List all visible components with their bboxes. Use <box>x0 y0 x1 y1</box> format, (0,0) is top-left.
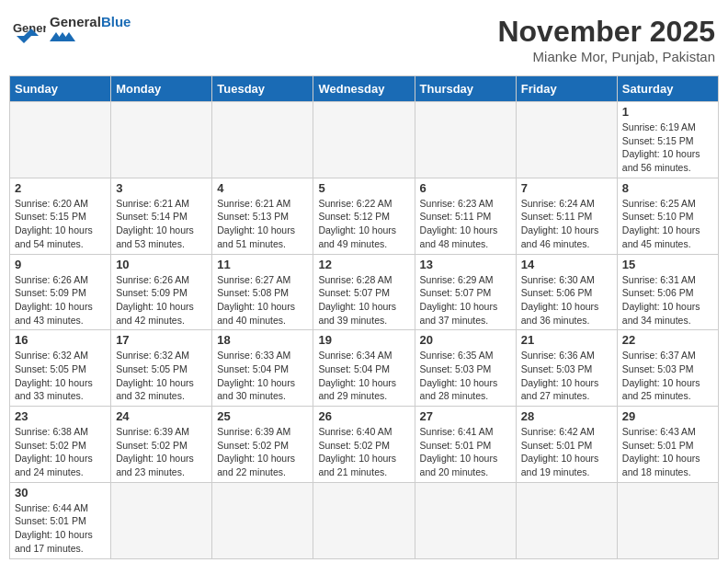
calendar-cell <box>313 102 415 178</box>
calendar-cell <box>415 102 516 178</box>
day-info: Sunrise: 6:32 AM Sunset: 5:05 PM Dayligh… <box>116 349 207 403</box>
calendar-week-row: 1Sunrise: 6:19 AM Sunset: 5:15 PM Daylig… <box>10 102 719 178</box>
day-number: 29 <box>622 409 713 423</box>
day-info: Sunrise: 6:31 AM Sunset: 5:06 PM Dayligh… <box>622 273 713 327</box>
logo-icon: General <box>13 17 46 43</box>
day-info: Sunrise: 6:26 AM Sunset: 5:09 PM Dayligh… <box>116 273 207 327</box>
day-info: Sunrise: 6:25 AM Sunset: 5:10 PM Dayligh… <box>622 197 713 251</box>
calendar-cell: 19Sunrise: 6:34 AM Sunset: 5:04 PM Dayli… <box>313 330 415 407</box>
day-number: 8 <box>622 181 713 195</box>
calendar-cell: 17Sunrise: 6:32 AM Sunset: 5:05 PM Dayli… <box>111 330 212 407</box>
day-number: 22 <box>622 333 713 347</box>
day-info: Sunrise: 6:42 AM Sunset: 5:01 PM Dayligh… <box>521 425 612 479</box>
day-info: Sunrise: 6:43 AM Sunset: 5:01 PM Dayligh… <box>622 425 713 479</box>
calendar-cell <box>516 482 617 558</box>
calendar-cell: 16Sunrise: 6:32 AM Sunset: 5:05 PM Dayli… <box>10 330 111 407</box>
calendar-cell: 1Sunrise: 6:19 AM Sunset: 5:15 PM Daylig… <box>617 102 718 178</box>
logo-triangle-icon <box>50 29 96 41</box>
day-info: Sunrise: 6:22 AM Sunset: 5:12 PM Dayligh… <box>318 197 409 251</box>
day-info: Sunrise: 6:39 AM Sunset: 5:02 PM Dayligh… <box>217 425 308 479</box>
svg-marker-1 <box>17 36 31 43</box>
calendar-cell: 25Sunrise: 6:39 AM Sunset: 5:02 PM Dayli… <box>212 407 313 483</box>
calendar-cell <box>313 482 415 558</box>
day-info: Sunrise: 6:28 AM Sunset: 5:07 PM Dayligh… <box>318 273 409 327</box>
calendar-cell: 23Sunrise: 6:38 AM Sunset: 5:02 PM Dayli… <box>10 407 111 483</box>
day-number: 20 <box>420 333 511 347</box>
day-info: Sunrise: 6:27 AM Sunset: 5:08 PM Dayligh… <box>217 273 308 327</box>
calendar-cell: 13Sunrise: 6:29 AM Sunset: 5:07 PM Dayli… <box>415 254 516 330</box>
day-info: Sunrise: 6:32 AM Sunset: 5:05 PM Dayligh… <box>15 349 106 403</box>
day-info: Sunrise: 6:26 AM Sunset: 5:09 PM Dayligh… <box>15 273 106 327</box>
calendar-cell: 11Sunrise: 6:27 AM Sunset: 5:08 PM Dayli… <box>212 254 313 330</box>
logo-general: General <box>50 14 101 29</box>
calendar-cell <box>111 102 212 178</box>
day-info: Sunrise: 6:36 AM Sunset: 5:03 PM Dayligh… <box>521 349 612 403</box>
day-info: Sunrise: 6:29 AM Sunset: 5:07 PM Dayligh… <box>420 273 511 327</box>
calendar-cell: 29Sunrise: 6:43 AM Sunset: 5:01 PM Dayli… <box>617 407 718 483</box>
day-number: 16 <box>15 333 106 347</box>
day-number: 14 <box>521 258 612 271</box>
calendar-cell: 4Sunrise: 6:21 AM Sunset: 5:13 PM Daylig… <box>212 178 313 254</box>
day-info: Sunrise: 6:23 AM Sunset: 5:11 PM Dayligh… <box>420 197 511 251</box>
calendar-cell: 8Sunrise: 6:25 AM Sunset: 5:10 PM Daylig… <box>617 178 718 254</box>
calendar-cell: 28Sunrise: 6:42 AM Sunset: 5:01 PM Dayli… <box>516 407 617 483</box>
day-info: Sunrise: 6:19 AM Sunset: 5:15 PM Dayligh… <box>622 121 713 175</box>
calendar-cell: 12Sunrise: 6:28 AM Sunset: 5:07 PM Dayli… <box>313 254 415 330</box>
weekday-header-tuesday: Tuesday <box>212 76 313 102</box>
day-number: 26 <box>318 409 409 423</box>
day-info: Sunrise: 6:40 AM Sunset: 5:02 PM Dayligh… <box>318 425 409 479</box>
calendar-cell: 22Sunrise: 6:37 AM Sunset: 5:03 PM Dayli… <box>617 330 718 407</box>
day-info: Sunrise: 6:21 AM Sunset: 5:14 PM Dayligh… <box>116 197 207 251</box>
day-info: Sunrise: 6:30 AM Sunset: 5:06 PM Dayligh… <box>521 273 612 327</box>
day-number: 19 <box>318 333 409 347</box>
calendar-table: SundayMondayTuesdayWednesdayThursdayFrid… <box>9 75 719 559</box>
day-info: Sunrise: 6:35 AM Sunset: 5:03 PM Dayligh… <box>420 349 511 403</box>
calendar-cell: 20Sunrise: 6:35 AM Sunset: 5:03 PM Dayli… <box>415 330 516 407</box>
weekday-header-row: SundayMondayTuesdayWednesdayThursdayFrid… <box>10 76 719 102</box>
calendar-cell <box>617 482 718 558</box>
day-info: Sunrise: 6:33 AM Sunset: 5:04 PM Dayligh… <box>217 349 308 403</box>
day-info: Sunrise: 6:38 AM Sunset: 5:02 PM Dayligh… <box>15 425 106 479</box>
weekday-header-wednesday: Wednesday <box>313 76 415 102</box>
logo: General GeneralBlue <box>13 15 131 45</box>
day-info: Sunrise: 6:37 AM Sunset: 5:03 PM Dayligh… <box>622 349 713 403</box>
day-number: 7 <box>521 181 612 195</box>
day-number: 27 <box>420 409 511 423</box>
day-number: 11 <box>217 258 308 271</box>
page-header: General GeneralBlue November 2025 Mianke… <box>9 9 719 70</box>
day-number: 4 <box>217 181 308 195</box>
day-number: 30 <box>15 486 106 500</box>
calendar-cell: 7Sunrise: 6:24 AM Sunset: 5:11 PM Daylig… <box>516 178 617 254</box>
calendar-cell <box>10 102 111 178</box>
calendar-week-row: 23Sunrise: 6:38 AM Sunset: 5:02 PM Dayli… <box>10 407 719 483</box>
calendar-cell: 24Sunrise: 6:39 AM Sunset: 5:02 PM Dayli… <box>111 407 212 483</box>
day-number: 1 <box>622 105 713 119</box>
calendar-cell: 30Sunrise: 6:44 AM Sunset: 5:01 PM Dayli… <box>10 482 111 558</box>
day-number: 28 <box>521 409 612 423</box>
day-number: 17 <box>116 333 207 347</box>
calendar-cell: 27Sunrise: 6:41 AM Sunset: 5:01 PM Dayli… <box>415 407 516 483</box>
day-info: Sunrise: 6:41 AM Sunset: 5:01 PM Dayligh… <box>420 425 511 479</box>
day-number: 2 <box>15 181 106 195</box>
calendar-cell: 6Sunrise: 6:23 AM Sunset: 5:11 PM Daylig… <box>415 178 516 254</box>
calendar-cell: 21Sunrise: 6:36 AM Sunset: 5:03 PM Dayli… <box>516 330 617 407</box>
day-number: 13 <box>420 258 511 271</box>
calendar-cell <box>212 482 313 558</box>
weekday-header-friday: Friday <box>516 76 617 102</box>
day-info: Sunrise: 6:24 AM Sunset: 5:11 PM Dayligh… <box>521 197 612 251</box>
calendar-week-row: 9Sunrise: 6:26 AM Sunset: 5:09 PM Daylig… <box>10 254 719 330</box>
day-number: 25 <box>217 409 308 423</box>
calendar-cell: 26Sunrise: 6:40 AM Sunset: 5:02 PM Dayli… <box>313 407 415 483</box>
location-subtitle: Mianke Mor, Punjab, Pakistan <box>497 49 715 64</box>
calendar-cell <box>516 102 617 178</box>
weekday-header-thursday: Thursday <box>415 76 516 102</box>
day-info: Sunrise: 6:21 AM Sunset: 5:13 PM Dayligh… <box>217 197 308 251</box>
day-info: Sunrise: 6:20 AM Sunset: 5:15 PM Dayligh… <box>15 197 106 251</box>
calendar-cell <box>415 482 516 558</box>
weekday-header-saturday: Saturday <box>617 76 718 102</box>
day-number: 12 <box>318 258 409 271</box>
day-info: Sunrise: 6:39 AM Sunset: 5:02 PM Dayligh… <box>116 425 207 479</box>
calendar-cell <box>111 482 212 558</box>
day-info: Sunrise: 6:34 AM Sunset: 5:04 PM Dayligh… <box>318 349 409 403</box>
logo-blue: Blue <box>101 14 131 29</box>
